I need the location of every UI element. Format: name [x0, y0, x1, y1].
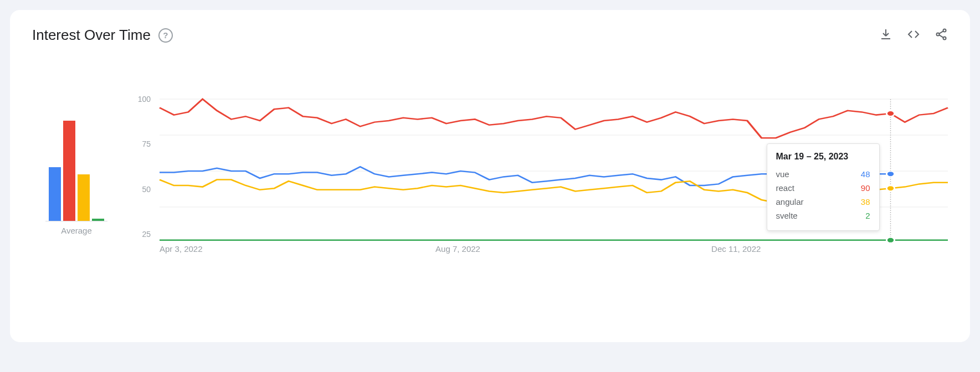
marker-svelte — [886, 237, 894, 243]
marker-react — [886, 111, 894, 116]
title-wrap: Interest Over Time ? — [32, 27, 173, 44]
svg-point-1 — [937, 33, 940, 35]
share-icon[interactable] — [935, 28, 948, 43]
tooltip-row-angular: angular38 — [776, 195, 870, 209]
marker-vue — [886, 171, 894, 177]
tooltip-row-react: react90 — [776, 181, 870, 195]
marker-angular — [886, 185, 894, 191]
series-react — [160, 99, 948, 138]
y-tick: 50 — [134, 185, 151, 194]
avg-bar-svelte — [92, 219, 104, 221]
avg-bar-angular — [78, 174, 90, 221]
x-tick: Dec 11, 2022 — [711, 244, 761, 254]
svg-point-2 — [943, 37, 946, 39]
y-tick: 75 — [134, 140, 151, 148]
help-icon[interactable]: ? — [158, 28, 173, 43]
y-tick: 25 — [134, 230, 151, 239]
embed-icon[interactable] — [907, 28, 920, 43]
line-chart[interactable]: 100755025 Apr 3, 2022Aug 7, 2022Dec 11, … — [137, 99, 948, 235]
x-tick: Apr 3, 2022 — [160, 244, 203, 254]
card-body: Average 100755025 Apr 3, 2022Aug 7, 2022… — [32, 99, 948, 235]
average-label: Average — [61, 226, 92, 235]
interest-card: Interest Over Time ? Average — [10, 10, 970, 342]
average-column: Average — [32, 99, 121, 235]
card-title: Interest Over Time — [32, 27, 151, 44]
tooltip-title: Mar 19 – 25, 2023 — [776, 152, 870, 162]
avg-bar-react — [63, 121, 75, 221]
chart-tooltip: Mar 19 – 25, 2023 vue48react90angular38s… — [767, 143, 880, 231]
card-header: Interest Over Time ? — [32, 27, 948, 44]
svg-point-0 — [943, 29, 946, 32]
avg-bar-vue — [49, 167, 61, 221]
average-bars — [45, 99, 107, 221]
y-axis-ticks: 100755025 — [134, 99, 151, 243]
y-tick: 100 — [134, 95, 151, 104]
tooltip-row-svelte: svelte2 — [776, 209, 870, 223]
x-tick: Aug 7, 2022 — [435, 244, 480, 254]
tooltip-row-vue: vue48 — [776, 167, 870, 181]
download-icon[interactable] — [879, 28, 892, 43]
card-actions — [879, 28, 948, 43]
